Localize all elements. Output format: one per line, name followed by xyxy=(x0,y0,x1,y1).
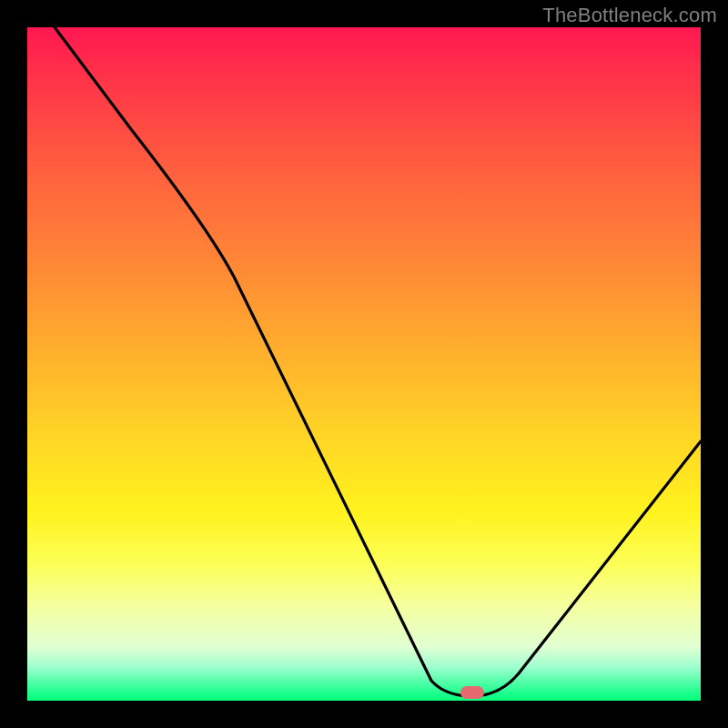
bottleneck-curve xyxy=(27,27,701,701)
chart-frame: TheBottleneck.com xyxy=(0,0,728,728)
optimal-marker xyxy=(460,686,484,699)
curve-path xyxy=(55,27,701,696)
plot-area xyxy=(27,27,701,701)
watermark-text: TheBottleneck.com xyxy=(542,4,717,27)
